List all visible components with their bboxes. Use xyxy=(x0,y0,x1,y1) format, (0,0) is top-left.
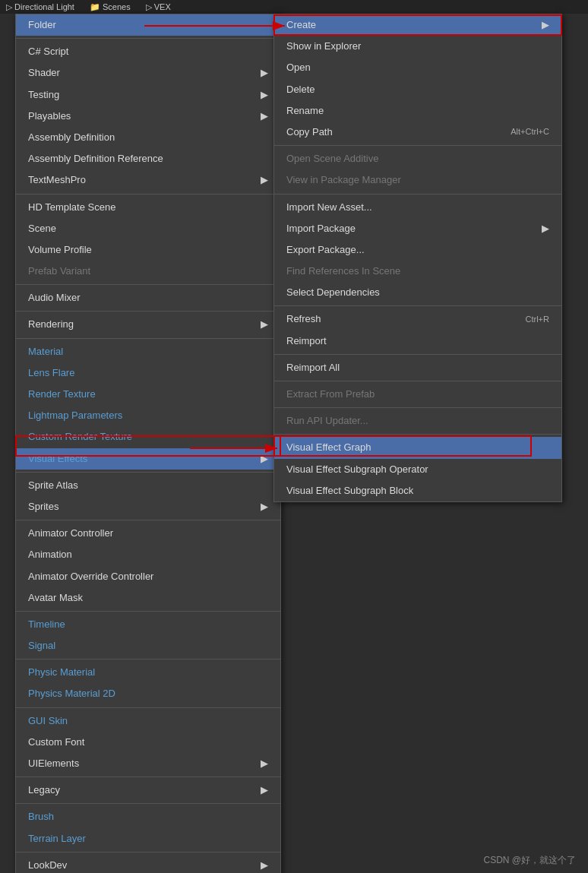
menu-item-brush[interactable]: Brush xyxy=(16,806,280,827)
menu-item-timeline[interactable]: Timeline xyxy=(16,614,280,635)
menu-item-import-package[interactable]: Import Package ▶ xyxy=(274,218,561,239)
menu-item-custom-font[interactable]: Custom Font xyxy=(16,732,280,753)
divider xyxy=(274,354,561,355)
menu-item-animator-override[interactable]: Animator Override Controller xyxy=(16,566,280,587)
divider xyxy=(16,38,280,39)
divider xyxy=(274,305,561,306)
divider xyxy=(16,311,280,312)
menu-item-reimport[interactable]: Reimport xyxy=(274,331,561,352)
menu-item-custom-render-texture[interactable]: Custom Render Texture xyxy=(16,426,280,448)
right-context-menu: Create ▶ Show in Explorer Open Delete Re… xyxy=(273,14,562,502)
menu-item-physic-material[interactable]: Physic Material xyxy=(16,662,280,683)
divider xyxy=(16,194,280,195)
menu-item-signal[interactable]: Signal xyxy=(16,635,280,656)
menu-item-delete[interactable]: Delete xyxy=(274,79,561,100)
divider xyxy=(16,284,280,285)
menu-item-material[interactable]: Material xyxy=(16,341,280,362)
divider xyxy=(274,381,561,381)
menu-item-extract-from-prefab: Extract From Prefab xyxy=(274,384,561,405)
menu-item-lens-flare[interactable]: Lens Flare xyxy=(16,362,280,384)
menu-item-view-package-manager: View in Package Manager xyxy=(274,169,561,191)
divider xyxy=(274,407,561,408)
menu-item-export-package[interactable]: Export Package... xyxy=(274,239,561,261)
divider xyxy=(16,611,280,612)
divider xyxy=(16,803,280,804)
menu-item-scene[interactable]: Scene xyxy=(16,218,280,239)
menu-item-sprite-atlas[interactable]: Sprite Atlas xyxy=(16,475,280,496)
top-bar-item3: ▷ VEX xyxy=(146,2,171,12)
top-bar-item1: ▷ Directional Light xyxy=(6,2,74,12)
menu-item-testing[interactable]: Testing ▶ xyxy=(16,84,280,106)
menu-item-uielements[interactable]: UIElements ▶ xyxy=(16,753,280,774)
menu-item-rendering[interactable]: Rendering ▶ xyxy=(16,314,280,335)
menu-item-legacy[interactable]: Legacy ▶ xyxy=(16,780,280,801)
menu-item-copy-path[interactable]: Copy Path Alt+Ctrl+C xyxy=(274,122,561,143)
menu-item-visual-effect-graph[interactable]: Visual Effect Graph xyxy=(274,437,561,458)
menu-item-open[interactable]: Open xyxy=(274,57,561,78)
divider xyxy=(16,852,280,852)
menu-item-find-references: Find References In Scene xyxy=(274,261,561,282)
menu-item-import-new-asset[interactable]: Import New Asset... xyxy=(274,197,561,218)
menu-item-animation[interactable]: Animation xyxy=(16,544,280,565)
divider xyxy=(16,338,280,339)
menu-item-render-texture[interactable]: Render Texture xyxy=(16,384,280,405)
menu-item-run-api-updater: Run API Updater... xyxy=(274,410,561,432)
menu-item-visual-effect-subgraph-operator[interactable]: Visual Effect Subgraph Operator xyxy=(274,459,561,480)
menu-item-playables[interactable]: Playables ▶ xyxy=(16,106,280,127)
menu-item-visual-effect-subgraph-block[interactable]: Visual Effect Subgraph Block xyxy=(274,480,561,501)
divider xyxy=(274,194,561,195)
menu-item-sprites[interactable]: Sprites ▶ xyxy=(16,496,280,517)
menu-item-create[interactable]: Create ▶ xyxy=(274,14,561,36)
menu-item-audio-mixer[interactable]: Audio Mixer xyxy=(16,287,280,308)
left-context-menu: Folder C# Script Shader ▶ Testing ▶ Play… xyxy=(15,14,281,873)
menu-item-volume-profile[interactable]: Volume Profile xyxy=(16,239,280,261)
menu-item-select-dependencies[interactable]: Select Dependencies xyxy=(274,282,561,303)
menu-item-textmeshpro[interactable]: TextMeshPro ▶ xyxy=(16,169,280,191)
menu-item-show-explorer[interactable]: Show in Explorer xyxy=(274,36,561,57)
menu-item-shader[interactable]: Shader ▶ xyxy=(16,62,280,84)
menu-item-physics-material-2d[interactable]: Physics Material 2D xyxy=(16,683,280,704)
divider xyxy=(16,707,280,708)
divider xyxy=(274,434,561,435)
menu-item-folder[interactable]: Folder xyxy=(16,14,280,36)
divider xyxy=(16,472,280,473)
bottom-credit-text: CSDN @好，就这个了 xyxy=(483,854,576,867)
menu-item-open-scene-additive: Open Scene Additive xyxy=(274,148,561,169)
menu-item-gui-skin[interactable]: GUI Skin xyxy=(16,710,280,732)
divider xyxy=(274,145,561,146)
menu-item-reimport-all[interactable]: Reimport All xyxy=(274,357,561,378)
menu-item-animator-controller[interactable]: Animator Controller xyxy=(16,523,280,544)
menu-item-csharp[interactable]: C# Script xyxy=(16,41,280,62)
menu-item-lookdev[interactable]: LookDev ▶ xyxy=(16,855,280,873)
menu-item-rename[interactable]: Rename xyxy=(274,100,561,122)
menu-item-visual-effects[interactable]: Visual Effects ▶ xyxy=(16,448,280,470)
divider xyxy=(16,520,280,520)
menu-item-prefab-variant: Prefab Variant xyxy=(16,261,280,282)
divider xyxy=(16,659,280,659)
menu-item-hd-template[interactable]: HD Template Scene xyxy=(16,197,280,218)
menu-item-lightmap-params[interactable]: Lightmap Parameters xyxy=(16,405,280,426)
top-bar-item2: 📁 Scenes xyxy=(90,2,131,12)
menu-item-assembly-def-ref[interactable]: Assembly Definition Reference xyxy=(16,148,280,169)
menu-item-assembly-def[interactable]: Assembly Definition xyxy=(16,127,280,148)
menu-item-refresh[interactable]: Refresh Ctrl+R xyxy=(274,308,561,330)
divider xyxy=(16,777,280,777)
menu-item-terrain-layer[interactable]: Terrain Layer xyxy=(16,828,280,849)
menu-item-avatar-mask[interactable]: Avatar Mask xyxy=(16,587,280,609)
